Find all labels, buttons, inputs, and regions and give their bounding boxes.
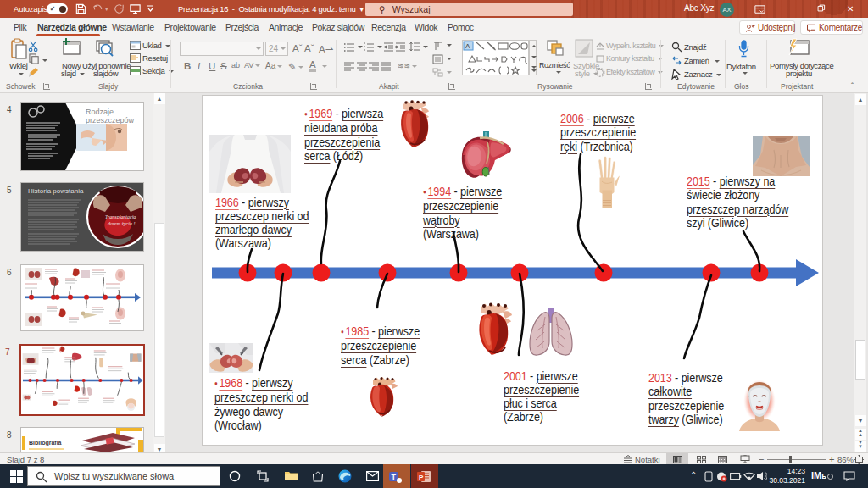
svg-text:darem życia !: darem życia ! — [108, 221, 135, 226]
svg-text:T: T — [392, 473, 397, 481]
svg-text:Rodzaje: Rodzaje — [86, 108, 114, 116]
svg-text:A: A — [465, 42, 470, 50]
svg-text:przeszczepów: przeszczepów — [86, 116, 135, 125]
svg-text:Historia powstania: Historia powstania — [28, 187, 84, 195]
svg-text:P: P — [419, 474, 424, 481]
svg-text:Bibliografia: Bibliografia — [29, 440, 62, 446]
svg-text:Transplantacja: Transplantacja — [105, 214, 136, 219]
